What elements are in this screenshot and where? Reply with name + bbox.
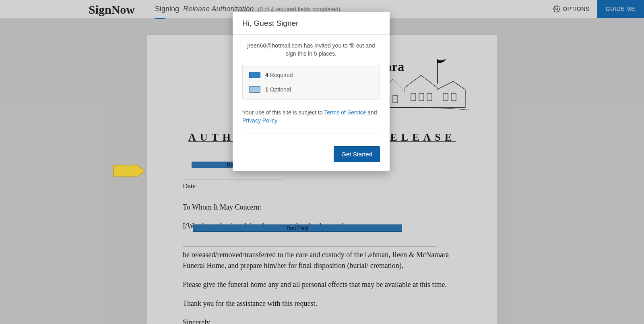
svg-point-0: [556, 8, 558, 10]
required-swatch-icon: [249, 72, 260, 78]
optional-row: 1 Optional: [243, 82, 380, 97]
para-release: be released/removed/transferred to the c…: [183, 249, 461, 271]
date-label: Date: [183, 181, 461, 191]
modal-title: Hi, Guest Signer: [233, 12, 390, 35]
header-actions: OPTIONS GUIDE ME: [546, 0, 644, 18]
get-started-button[interactable]: Get Started: [334, 146, 380, 162]
guide-label: GUIDE ME: [606, 6, 635, 12]
terms-of-service-link[interactable]: Terms of Service: [324, 109, 366, 116]
gear-icon: [553, 5, 560, 12]
field-pointer-icon: [113, 165, 146, 177]
terms-text: Your use of this site is subject to Term…: [242, 108, 380, 133]
para-thanks: Thank you for the assistance with this r…: [183, 298, 461, 309]
field-summary: 4 Required 1 Optional: [242, 65, 380, 100]
options-label: OPTIONS: [563, 6, 590, 12]
date-line: [183, 179, 283, 179]
required-row: 4 Required: [243, 68, 380, 82]
closing: Sincerely,: [183, 317, 461, 324]
optional-text: 1 Optional: [265, 86, 291, 93]
para-effects: Please give the funeral home any and all…: [183, 279, 461, 290]
brand-logo: SignNow: [89, 3, 135, 17]
name-line: [183, 240, 436, 247]
text-field[interactable]: Text Field: [193, 224, 402, 232]
invite-text: jreen60@hotmail.com has invited you to f…: [242, 42, 380, 58]
guide-me-button[interactable]: GUIDE ME: [597, 0, 644, 18]
welcome-modal: Hi, Guest Signer jreen60@hotmail.com has…: [233, 12, 390, 171]
options-button[interactable]: OPTIONS: [546, 0, 597, 18]
salutation: To Whom It May Concern:: [183, 202, 461, 213]
document-body: Date To Whom It May Concern: I/We, the u…: [183, 172, 461, 324]
optional-swatch-icon: [249, 86, 260, 93]
title-prefix: Signing: [155, 5, 179, 13]
privacy-policy-link[interactable]: Privacy Policy: [242, 117, 277, 124]
house-illustration-icon: [377, 55, 469, 112]
required-text: 4 Required: [265, 72, 293, 78]
